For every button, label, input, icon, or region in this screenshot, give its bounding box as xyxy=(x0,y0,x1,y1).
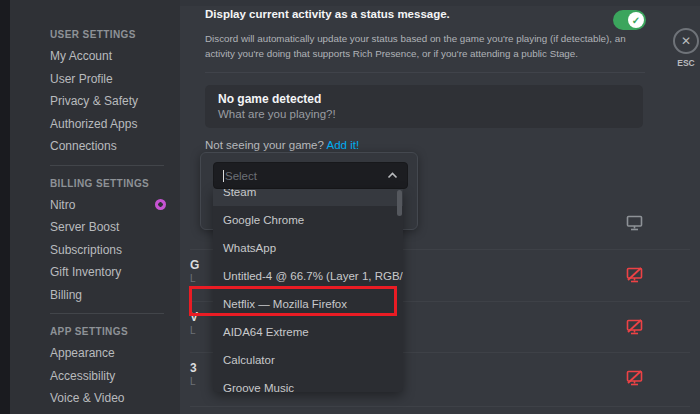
sidebar-item-billing[interactable]: Billing xyxy=(50,284,180,307)
sidebar-item-label: Nitro xyxy=(50,198,75,212)
overlay-off-monitor-icon[interactable] xyxy=(626,267,643,283)
overlay-off-monitor-icon[interactable] xyxy=(626,370,643,386)
sidebar-item-my-account[interactable]: My Account xyxy=(50,45,180,68)
sidebar-item-connections[interactable]: Connections xyxy=(50,135,180,158)
sidebar-item-nitro[interactable]: Nitro xyxy=(50,194,180,217)
sidebar-header-user-settings: USER SETTINGS xyxy=(50,24,180,45)
overlay-off-monitor-icon[interactable] xyxy=(626,319,643,335)
dropdown-item-calculator[interactable]: Calculator xyxy=(213,346,403,374)
sidebar-header-app-settings: APP SETTINGS xyxy=(50,321,180,342)
game-lastplayed-fragment: L xyxy=(190,273,196,284)
game-select-input[interactable]: Select xyxy=(213,162,408,189)
sidebar-item-accessibility[interactable]: Accessibility xyxy=(50,365,180,388)
sidebar-divider xyxy=(50,313,164,314)
game-name-fragment: 3 xyxy=(190,361,197,375)
game-name-fragment: G xyxy=(190,258,199,272)
chevron-up-icon[interactable] xyxy=(387,172,398,179)
sidebar-item-appearance[interactable]: Appearance xyxy=(50,342,180,365)
select-placeholder: Select xyxy=(225,170,257,182)
sidebar-item-user-profile[interactable]: User Profile xyxy=(50,68,180,91)
dropdown-item-whatsapp[interactable]: WhatsApp xyxy=(213,234,403,262)
dropdown-item-steam[interactable]: Steam xyxy=(213,189,403,206)
sidebar-item-gift-inventory[interactable]: Gift Inventory xyxy=(50,261,180,284)
sidebar-item-server-boost[interactable]: Server Boost xyxy=(50,216,180,239)
sidebar-item-authorized-apps[interactable]: Authorized Apps xyxy=(50,113,180,136)
game-lastplayed-fragment: L xyxy=(190,376,196,387)
nitro-icon xyxy=(155,199,166,210)
dropdown-item-aida64[interactable]: AIDA64 Extreme xyxy=(213,318,403,346)
settings-sidebar: USER SETTINGS My Account User Profile Pr… xyxy=(10,0,180,414)
sidebar-item-text-images[interactable]: Text & Images xyxy=(50,410,180,414)
dropdown-item-untitled4[interactable]: Untitled-4 @ 66.7% (Layer 1, RGB/8) xyxy=(213,262,403,290)
activity-status-panel: Display current activity as a status mes… xyxy=(180,0,700,414)
game-name-fragment: V xyxy=(190,310,198,324)
sidebar-header-billing-settings: BILLING SETTINGS xyxy=(50,173,180,194)
dropdown-items: Steam Google Chrome WhatsApp Untitled-4 … xyxy=(213,189,403,392)
dropdown-item-groove-music[interactable]: Groove Music xyxy=(213,374,403,392)
sidebar-item-subscriptions[interactable]: Subscriptions xyxy=(50,239,180,262)
sidebar-item-privacy-safety[interactable]: Privacy & Safety xyxy=(50,90,180,113)
overlay-on-monitor-icon[interactable] xyxy=(626,215,643,231)
dropdown-item-google-chrome[interactable]: Google Chrome xyxy=(213,206,403,234)
game-select-dropdown: Steam Google Chrome WhatsApp Untitled-4 … xyxy=(213,189,403,392)
text-cursor xyxy=(223,170,224,182)
dropdown-item-netflix-firefox[interactable]: Netflix — Mozilla Firefox xyxy=(213,290,403,318)
window-left-edge xyxy=(0,0,10,414)
sidebar-divider xyxy=(50,165,164,166)
dropdown-scrollbar-thumb[interactable] xyxy=(397,190,402,216)
sidebar-item-voice-video[interactable]: Voice & Video xyxy=(50,387,180,410)
game-lastplayed-fragment: L xyxy=(190,325,196,336)
